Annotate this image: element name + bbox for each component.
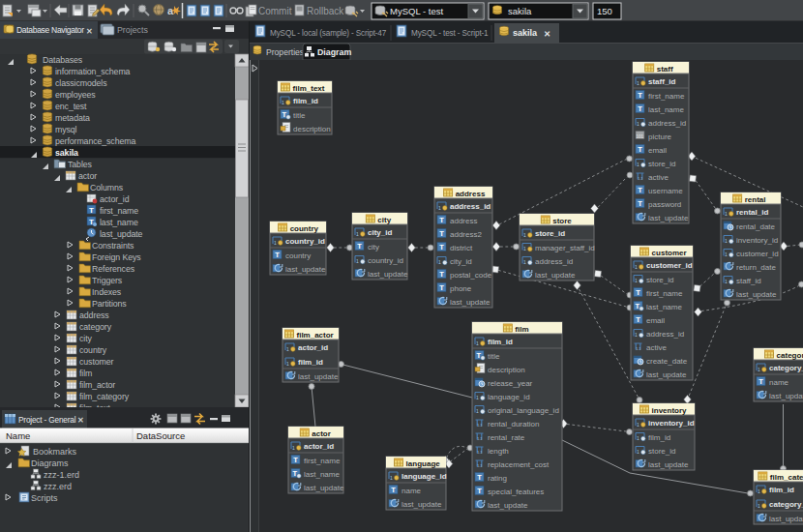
svg-text:T: T — [439, 243, 444, 251]
svg-text:1: 1 — [390, 475, 393, 481]
svg-text:address_id: address_id — [646, 330, 684, 339]
svg-text:1: 1 — [523, 246, 526, 251]
svg-text:1: 1 — [758, 488, 760, 494]
svg-text:last_update: last_update — [450, 298, 491, 307]
svg-text:postal_code: postal_code — [450, 271, 492, 280]
svg-text:title: title — [488, 352, 500, 361]
svg-text:name: name — [402, 487, 422, 495]
svg-text:Bookmarks: Bookmarks — [33, 447, 77, 457]
svg-text:first_name: first_name — [304, 457, 341, 465]
svg-text:inventory_id: inventory_id — [648, 419, 695, 428]
svg-text:T: T — [638, 91, 642, 100]
svg-text:Scripts: Scripts — [31, 493, 58, 503]
svg-text:T: T — [439, 283, 444, 292]
svg-text:Triggers: Triggers — [92, 276, 123, 285]
svg-text:1: 1 — [286, 361, 289, 367]
svg-text:Indexes: Indexes — [92, 287, 122, 297]
svg-text:sakila: sakila — [55, 148, 78, 158]
svg-text:username: username — [648, 187, 683, 195]
svg-text:last_update: last_update — [368, 270, 408, 279]
svg-text:T: T — [636, 288, 640, 297]
svg-text:150: 150 — [597, 6, 612, 16]
svg-text:first_name: first_name — [100, 206, 138, 216]
svg-text:1: 1 — [476, 395, 479, 400]
svg-text:special_features: special_features — [488, 488, 544, 496]
svg-text:T: T — [439, 216, 444, 224]
svg-text:rating: rating — [488, 474, 507, 483]
svg-text:Project - General: Project - General — [18, 416, 76, 425]
svg-text:information_schema: information_schema — [55, 67, 131, 76]
svg-text:1: 1 — [725, 279, 728, 284]
svg-text:film_text: film_text — [293, 84, 325, 93]
svg-text:1.1: 1.1 — [477, 463, 483, 468]
svg-text:inventory: inventory — [652, 406, 688, 415]
svg-text:1: 1 — [637, 80, 639, 86]
svg-text:last_update: last_update — [648, 214, 689, 222]
svg-text:1: 1 — [438, 205, 441, 211]
svg-text:city: city — [368, 243, 379, 251]
svg-text:T: T — [391, 486, 396, 494]
svg-text:customer: customer — [79, 357, 114, 367]
svg-text:1.1: 1.1 — [636, 346, 641, 351]
svg-text:T: T — [477, 487, 482, 495]
svg-text:country_id: country_id — [368, 256, 403, 265]
svg-text:MySQL - local (sample) - Scrip: MySQL - local (sample) - Script-47 — [270, 29, 387, 38]
svg-text:Rollback: Rollback — [307, 6, 344, 16]
svg-text:Projects: Projects — [117, 25, 148, 35]
svg-text:last_name: last_name — [648, 105, 684, 114]
svg-text:1: 1 — [476, 340, 479, 346]
svg-text:description: description — [488, 366, 525, 374]
svg-text:1.1: 1.1 — [477, 423, 483, 428]
svg-text:1: 1 — [758, 367, 760, 372]
svg-text:1: 1 — [758, 503, 760, 509]
svg-text:film_id: film_id — [648, 433, 670, 442]
svg-text:1: 1 — [637, 121, 639, 127]
svg-text:create_date: create_date — [646, 357, 688, 366]
svg-text:last_update: last_update — [646, 370, 687, 379]
svg-text:city_id: city_id — [450, 257, 472, 266]
svg-text:address: address — [79, 310, 109, 320]
svg-text:1: 1 — [635, 264, 638, 270]
svg-text:1: 1 — [637, 449, 639, 455]
svg-text:1: 1 — [725, 238, 728, 244]
svg-text:last_update: last_update — [769, 515, 803, 523]
svg-text:1.1: 1.1 — [638, 176, 643, 181]
svg-text:1: 1 — [438, 259, 441, 265]
svg-text:first_name: first_name — [646, 289, 683, 298]
svg-text:inventory_id: inventory_id — [736, 236, 778, 245]
svg-text:first_name: first_name — [648, 92, 685, 101]
svg-text:category_id: category_id — [769, 500, 803, 509]
svg-text:1: 1 — [725, 251, 728, 257]
svg-text:rental_date: rental_date — [736, 222, 776, 231]
svg-text:1: 1 — [635, 332, 638, 338]
svg-text:T: T — [89, 206, 94, 215]
svg-text:1: 1 — [725, 211, 728, 217]
svg-text:customer_id: customer_id — [646, 261, 693, 270]
svg-text:Commit: Commit — [258, 6, 292, 16]
svg-text:film_id: film_id — [488, 338, 513, 346]
svg-text:rental: rental — [745, 195, 766, 204]
svg-text:1: 1 — [523, 232, 526, 238]
svg-text:employees: employees — [55, 90, 96, 100]
svg-text:store_id: store_id — [646, 276, 673, 284]
svg-text:password: password — [648, 200, 681, 209]
svg-text:description: description — [293, 125, 331, 133]
svg-text:city_id: city_id — [368, 228, 392, 237]
svg-text:1: 1 — [292, 445, 295, 451]
svg-text:last_update: last_update — [535, 271, 576, 280]
svg-text:last_update: last_update — [304, 484, 344, 492]
svg-text:1: 1 — [356, 258, 359, 264]
svg-text:T: T — [636, 315, 640, 324]
svg-text:title: title — [293, 111, 306, 120]
svg-text:last_name: last_name — [100, 218, 138, 227]
svg-text:film_actor: film_actor — [297, 331, 334, 340]
svg-text:metadata: metadata — [55, 113, 90, 123]
svg-text:phone: phone — [450, 284, 472, 293]
svg-text:replacement_cost: replacement_cost — [488, 460, 550, 469]
svg-text:store_id: store_id — [535, 229, 565, 238]
svg-text:T: T — [477, 473, 482, 482]
svg-text:enc_test: enc_test — [55, 102, 87, 111]
svg-text:customer: customer — [652, 249, 687, 257]
svg-text:mysql: mysql — [55, 125, 77, 134]
svg-text:Diagrams: Diagrams — [31, 458, 69, 468]
